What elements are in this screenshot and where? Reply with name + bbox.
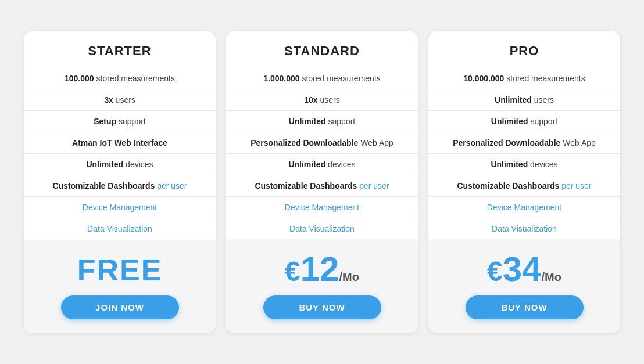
feature-item-standard-3: Personalized Downloadable Web App [226,132,418,154]
plan-card-standard: STANDARD1.000.000 stored measurements10x… [226,31,418,333]
feature-item-standard-1: 10x users [226,89,418,111]
plan-header-standard: STANDARD [226,31,418,68]
cta-button-starter[interactable]: JOIN NOW [61,295,179,319]
feature-item-pro-3: Personalized Downloadable Web App [428,132,620,154]
feature-item-starter-0: 100.000 stored measurements [24,68,216,89]
plan-title-standard: STANDARD [238,44,406,59]
feature-item-standard-4: Unlimited devices [226,154,418,175]
feature-item-starter-7: Data Visualization [24,218,216,239]
feature-item-pro-2: Unlimited support [428,111,620,132]
feature-item-starter-3: Atman IoT Web Interface [24,132,216,154]
feature-item-standard-7: Data Visualization [226,218,418,239]
plan-features-pro: 10.000.000 stored measurementsUnlimited … [428,68,620,239]
plan-card-starter: STARTER100.000 stored measurements3x use… [24,31,216,333]
pricing-container: STARTER100.000 stored measurements3x use… [12,31,632,333]
feature-item-standard-5: Customizable Dashboards per user [226,175,418,197]
feature-item-standard-0: 1.000.000 stored measurements [226,68,418,89]
feature-item-pro-5: Customizable Dashboards per user [428,175,620,197]
plan-title-pro: PRO [440,44,609,59]
plan-features-standard: 1.000.000 stored measurements10x usersUn… [226,68,418,239]
plan-card-pro: PRO10.000.000 stored measurementsUnlimit… [428,31,620,333]
feature-item-pro-6: Device Management [428,197,620,218]
feature-item-starter-6: Device Management [24,197,216,218]
feature-item-starter-5: Customizable Dashboards per user [24,175,216,197]
plan-price-standard: €12/Mo [285,252,359,287]
feature-item-pro-0: 10.000.000 stored measurements [428,68,620,89]
plan-header-pro: PRO [428,31,620,68]
feature-item-pro-4: Unlimited devices [428,154,620,175]
plan-footer-standard: €12/MoBUY NOW [226,239,418,333]
plan-features-starter: 100.000 stored measurements3x usersSetup… [24,68,216,240]
feature-item-starter-1: 3x users [24,89,216,111]
feature-item-standard-6: Device Management [226,197,418,218]
feature-item-standard-2: Unlimited support [226,111,418,132]
plan-title-starter: STARTER [35,44,204,59]
plan-footer-pro: €34/MoBUY NOW [428,239,620,333]
cta-button-pro[interactable]: BUY NOW [466,295,584,319]
plan-header-starter: STARTER [24,31,216,68]
feature-item-pro-1: Unlimited users [428,89,620,111]
feature-item-pro-7: Data Visualization [428,218,620,239]
plan-footer-starter: FREEJOIN NOW [24,240,216,333]
cta-button-standard[interactable]: BUY NOW [263,295,381,319]
plan-price-starter: FREE [77,253,163,287]
feature-item-starter-2: Setup support [24,111,216,132]
plan-price-pro: €34/Mo [487,252,561,287]
feature-item-starter-4: Unlimited devices [24,154,216,175]
